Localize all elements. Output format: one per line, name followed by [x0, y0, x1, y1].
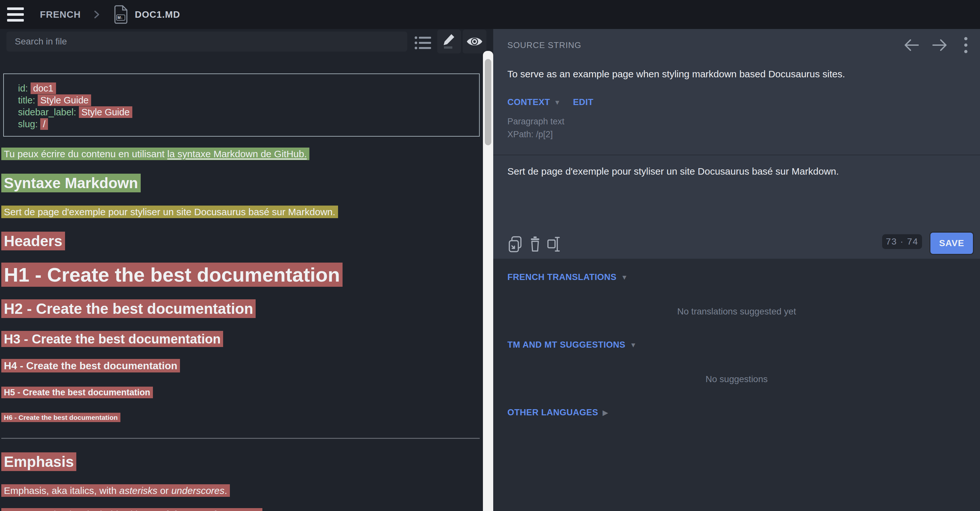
chevron-right-icon: ▶: [603, 409, 608, 417]
context-row: CONTEXT ▼ EDIT: [508, 97, 593, 107]
source-string-text: To serve as an example page when styling…: [508, 68, 964, 81]
svg-text:M↓: M↓: [118, 16, 123, 20]
empty-state-text: No suggestions: [493, 374, 980, 384]
string-highlight: H5 - Create the best documentation: [1, 386, 153, 398]
pencil-icon: [441, 34, 457, 50]
string-highlight: Headers: [1, 232, 65, 250]
chevron-down-icon: ▼: [630, 341, 637, 349]
string-highlight: H4 - Create the best documentation: [1, 359, 180, 372]
document-content: id: doc1title: Style Guidesidebar_label:…: [0, 73, 483, 511]
string-highlight: Syntaxe Markdown: [1, 174, 141, 192]
frontmatter-line: sidebar_label: Style Guide: [18, 106, 473, 118]
frontmatter-value-string[interactable]: Style Guide: [79, 106, 132, 118]
chevron-right-icon: [92, 9, 101, 20]
tm-mt-suggestions-toggle[interactable]: TM AND MT SUGGESTIONS ▼: [508, 340, 637, 350]
translation-text[interactable]: Sert de page d'exemple pour styliser un …: [508, 165, 964, 178]
frontmatter-key: sidebar_label:: [18, 107, 79, 117]
doc-string-p[interactable]: Sert de page d'exemple pour styliser un …: [0, 206, 483, 219]
frontmatter-key: slug:: [18, 119, 40, 129]
copy-source-button[interactable]: [506, 235, 524, 253]
breadcrumb-project[interactable]: FRENCH: [40, 10, 81, 20]
doc-string-p[interactable]: Strong emphasis, aka bold, with asterisk…: [0, 508, 483, 511]
doc-string-h5[interactable]: H5 - Create the best documentation: [0, 388, 483, 397]
preview-mode-button[interactable]: [463, 30, 487, 53]
context-type-text: Paragraph text: [508, 117, 564, 127]
markdown-file-icon: M↓: [114, 5, 129, 24]
hamburger-icon: [7, 19, 24, 22]
string-highlight: H3 - Create the best documentation: [1, 331, 223, 347]
eye-icon: [466, 35, 483, 48]
doc-string-h2[interactable]: H2 - Create the best documentation: [0, 299, 483, 318]
string-highlight: H6 - Create the best documentation: [1, 413, 120, 422]
delete-translation-button[interactable]: [526, 235, 544, 253]
arrow-left-icon: [904, 38, 920, 52]
chevron-down-icon: ▼: [621, 273, 628, 281]
doc-string-h6[interactable]: H6 - Create the best documentation: [0, 414, 483, 422]
string-highlight: Sert de page d'exemple pour styliser un …: [1, 206, 338, 218]
chevron-down-icon: ▼: [554, 99, 561, 106]
frontmatter-line: id: doc1: [18, 83, 473, 94]
edit-label: EDIT: [573, 97, 593, 107]
other-languages-toggle[interactable]: OTHER LANGUAGES ▶: [508, 407, 608, 418]
string-highlight: Emphasis: [1, 452, 76, 471]
file-editor-panel: id: doc1title: Style Guidesidebar_label:…: [0, 29, 483, 511]
doc-horizontal-rule: [1, 438, 480, 439]
doc-string-p[interactable]: Tu peux écrire du contenu en utilisant l…: [0, 148, 483, 160]
copy-icon: [508, 236, 522, 252]
frontmatter-key: id:: [18, 83, 30, 93]
context-label: CONTEXT: [508, 97, 550, 107]
frontmatter-value-string[interactable]: /: [40, 118, 48, 130]
more-actions-button[interactable]: [959, 37, 972, 53]
string-highlight: H1 - Create the best documentation: [1, 263, 342, 287]
edit-context-button[interactable]: EDIT: [573, 97, 593, 107]
edit-mode-button[interactable]: [437, 30, 461, 53]
kebab-menu-icon: [964, 37, 968, 53]
menu-button[interactable]: [7, 7, 24, 22]
doc-string-p[interactable]: Emphasis, aka italics, with asterisks or…: [0, 484, 483, 497]
doc-string-h3[interactable]: H3 - Create the best documentation: [0, 332, 483, 346]
frontmatter-value-string[interactable]: Style Guide: [38, 94, 91, 106]
source-string-section: SOURCE STRING: [493, 29, 980, 259]
section-label: TM AND MT SUGGESTIONS: [508, 340, 625, 350]
translation-input[interactable]: Sert de page d'exemple pour styliser un …: [493, 155, 980, 229]
string-highlight: Emphasis, aka italics, with asterisks or…: [1, 484, 230, 497]
doc-string-h4[interactable]: H4 - Create the best documentation: [0, 360, 483, 372]
section-label: OTHER LANGUAGES: [508, 407, 598, 418]
search-row: [0, 32, 483, 56]
save-button[interactable]: SAVE: [931, 233, 973, 254]
list-icon: [415, 36, 432, 50]
string-highlight: Strong emphasis, aka bold, with asterisk…: [1, 508, 262, 511]
string-highlight: Tu peux écrire du contenu en utilisant l…: [1, 148, 309, 160]
doc-string-h2[interactable]: Emphasis: [0, 452, 483, 471]
arrow-right-icon: [931, 38, 948, 52]
frontmatter-line: title: Style Guide: [18, 94, 473, 106]
next-string-button[interactable]: [931, 37, 948, 53]
previous-string-button[interactable]: [903, 37, 921, 53]
doc-string-h2[interactable]: Headers: [0, 232, 483, 251]
translation-panel: SOURCE STRING: [493, 29, 980, 511]
string-list-button[interactable]: [412, 33, 435, 53]
frontmatter-block: id: doc1title: Style Guidesidebar_label:…: [3, 73, 480, 137]
doc-string-h1[interactable]: H1 - Create the best documentation: [0, 263, 483, 286]
frontmatter-key: title:: [18, 95, 38, 105]
hamburger-icon: [7, 7, 24, 10]
scrollbar-thumb[interactable]: [485, 59, 491, 145]
doc-string-h2[interactable]: Syntaxe Markdown: [0, 173, 483, 193]
top-bar: FRENCH M↓ DOC1.MD: [0, 0, 980, 29]
frontmatter-value-string[interactable]: doc1: [30, 83, 56, 94]
breadcrumb-file[interactable]: DOC1.MD: [135, 10, 180, 20]
french-translations-toggle[interactable]: FRENCH TRANSLATIONS ▼: [508, 272, 628, 282]
character-counter: 73 · 74: [882, 234, 922, 249]
search-input[interactable]: [6, 32, 407, 51]
context-xpath-text: XPath: /p[2]: [508, 129, 553, 139]
context-dropdown[interactable]: CONTEXT ▼: [508, 97, 561, 107]
frontmatter-line: slug: /: [18, 118, 473, 130]
empty-state-text: No translations suggested yet: [493, 307, 980, 317]
trash-icon: [530, 236, 541, 252]
text-cursor-button[interactable]: [545, 235, 563, 253]
hamburger-icon: [7, 13, 24, 16]
vertical-scrollbar[interactable]: [483, 51, 493, 511]
text-cursor-icon: [547, 236, 560, 252]
source-string-title: SOURCE STRING: [508, 40, 581, 50]
suggestions-section: FRENCH TRANSLATIONS ▼ No translations su…: [493, 259, 980, 511]
